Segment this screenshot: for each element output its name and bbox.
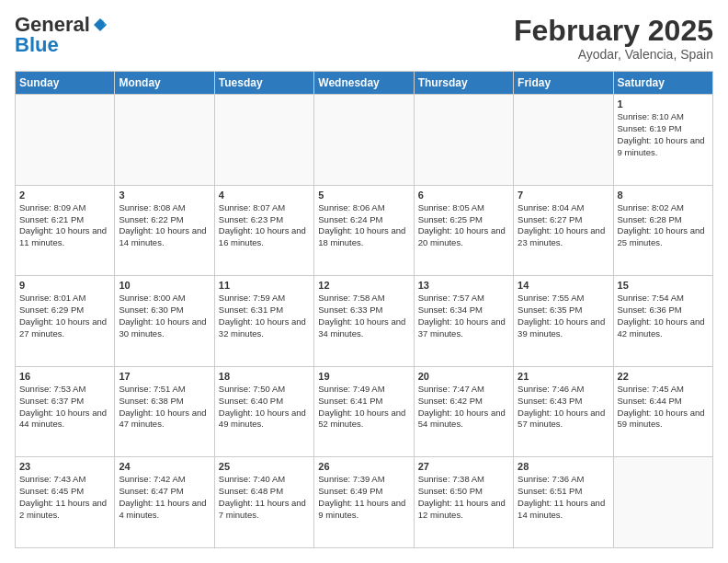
- day-number: 21: [518, 371, 609, 382]
- day-number: 7: [518, 190, 609, 201]
- day-number: 17: [119, 371, 210, 382]
- calendar-week-row: 1Sunrise: 8:10 AM Sunset: 6:19 PM Daylig…: [16, 95, 713, 186]
- calendar-cell: [414, 95, 513, 186]
- calendar-cell: 25Sunrise: 7:40 AM Sunset: 6:48 PM Dayli…: [214, 457, 313, 548]
- day-number: 4: [219, 190, 310, 201]
- calendar-cell: 22Sunrise: 7:45 AM Sunset: 6:44 PM Dayli…: [613, 366, 712, 457]
- day-info: Sunrise: 8:07 AM Sunset: 6:23 PM Dayligh…: [219, 202, 310, 249]
- calendar-cell: 6Sunrise: 8:05 AM Sunset: 6:25 PM Daylig…: [414, 185, 513, 276]
- day-info: Sunrise: 8:04 AM Sunset: 6:27 PM Dayligh…: [518, 202, 609, 249]
- day-info: Sunrise: 8:06 AM Sunset: 6:24 PM Dayligh…: [318, 202, 409, 249]
- day-info: Sunrise: 7:38 AM Sunset: 6:50 PM Dayligh…: [418, 474, 509, 521]
- calendar-cell: 15Sunrise: 7:54 AM Sunset: 6:36 PM Dayli…: [613, 276, 712, 367]
- calendar-cell: 13Sunrise: 7:57 AM Sunset: 6:34 PM Dayli…: [414, 276, 513, 367]
- calendar-table: Sunday Monday Tuesday Wednesday Thursday…: [15, 71, 713, 548]
- calendar-cell: 24Sunrise: 7:42 AM Sunset: 6:47 PM Dayli…: [115, 457, 214, 548]
- day-number: 20: [418, 371, 509, 382]
- calendar-week-row: 23Sunrise: 7:43 AM Sunset: 6:45 PM Dayli…: [16, 457, 713, 548]
- calendar-cell: 8Sunrise: 8:02 AM Sunset: 6:28 PM Daylig…: [613, 185, 712, 276]
- day-number: 5: [318, 190, 409, 201]
- calendar-cell: [613, 457, 712, 548]
- day-number: 10: [119, 280, 210, 291]
- calendar-cell: 17Sunrise: 7:51 AM Sunset: 6:38 PM Dayli…: [115, 366, 214, 457]
- day-info: Sunrise: 7:49 AM Sunset: 6:41 PM Dayligh…: [318, 384, 409, 431]
- day-number: 18: [219, 371, 310, 382]
- calendar-cell: [514, 95, 613, 186]
- day-info: Sunrise: 7:54 AM Sunset: 6:36 PM Dayligh…: [618, 293, 709, 339]
- day-number: 11: [219, 280, 310, 291]
- title-block: February 2025 Ayodar, Valencia, Spain: [514, 15, 713, 62]
- day-number: 19: [318, 371, 409, 382]
- logo: General Blue: [15, 15, 108, 55]
- calendar-cell: 16Sunrise: 7:53 AM Sunset: 6:37 PM Dayli…: [16, 366, 115, 457]
- calendar-cell: 20Sunrise: 7:47 AM Sunset: 6:42 PM Dayli…: [414, 366, 513, 457]
- calendar-week-row: 16Sunrise: 7:53 AM Sunset: 6:37 PM Dayli…: [16, 366, 713, 457]
- calendar-cell: 23Sunrise: 7:43 AM Sunset: 6:45 PM Dayli…: [16, 457, 115, 548]
- calendar-cell: 10Sunrise: 8:00 AM Sunset: 6:30 PM Dayli…: [115, 276, 214, 367]
- day-info: Sunrise: 7:45 AM Sunset: 6:44 PM Dayligh…: [618, 384, 709, 431]
- day-info: Sunrise: 7:58 AM Sunset: 6:33 PM Dayligh…: [318, 293, 409, 339]
- logo-blue-text: Blue: [15, 35, 59, 55]
- day-info: Sunrise: 7:57 AM Sunset: 6:34 PM Dayligh…: [418, 293, 509, 339]
- calendar-cell: 26Sunrise: 7:39 AM Sunset: 6:49 PM Dayli…: [314, 457, 414, 548]
- day-info: Sunrise: 7:51 AM Sunset: 6:38 PM Dayligh…: [119, 384, 210, 431]
- day-number: 9: [19, 280, 110, 291]
- calendar-cell: 9Sunrise: 8:01 AM Sunset: 6:29 PM Daylig…: [16, 276, 115, 367]
- day-info: Sunrise: 8:01 AM Sunset: 6:29 PM Dayligh…: [19, 293, 110, 339]
- calendar-cell: [214, 95, 313, 186]
- calendar-header-row: Sunday Monday Tuesday Wednesday Thursday…: [16, 72, 713, 95]
- col-monday: Monday: [115, 72, 214, 95]
- day-number: 1: [618, 98, 709, 109]
- month-title: February 2025: [514, 15, 713, 47]
- calendar-cell: 4Sunrise: 8:07 AM Sunset: 6:23 PM Daylig…: [214, 185, 313, 276]
- calendar-cell: 28Sunrise: 7:36 AM Sunset: 6:51 PM Dayli…: [514, 457, 613, 548]
- calendar-cell: [314, 95, 414, 186]
- logo-icon: [92, 17, 108, 33]
- day-number: 16: [19, 371, 110, 382]
- day-info: Sunrise: 7:59 AM Sunset: 6:31 PM Dayligh…: [219, 293, 310, 339]
- calendar-cell: [115, 95, 214, 186]
- calendar-cell: 11Sunrise: 7:59 AM Sunset: 6:31 PM Dayli…: [214, 276, 313, 367]
- day-info: Sunrise: 7:46 AM Sunset: 6:43 PM Dayligh…: [518, 384, 609, 431]
- day-number: 28: [518, 461, 609, 472]
- day-info: Sunrise: 8:09 AM Sunset: 6:21 PM Dayligh…: [19, 202, 110, 249]
- calendar-cell: 7Sunrise: 8:04 AM Sunset: 6:27 PM Daylig…: [514, 185, 613, 276]
- day-number: 12: [318, 280, 409, 291]
- calendar-cell: [16, 95, 115, 186]
- day-info: Sunrise: 8:02 AM Sunset: 6:28 PM Dayligh…: [618, 202, 709, 249]
- day-number: 3: [119, 190, 210, 201]
- day-number: 26: [318, 461, 409, 472]
- col-sunday: Sunday: [16, 72, 115, 95]
- day-number: 13: [418, 280, 509, 291]
- day-number: 6: [418, 190, 509, 201]
- day-number: 8: [618, 190, 709, 201]
- col-wednesday: Wednesday: [314, 72, 414, 95]
- day-info: Sunrise: 8:08 AM Sunset: 6:22 PM Dayligh…: [119, 202, 210, 249]
- col-saturday: Saturday: [613, 72, 712, 95]
- calendar-week-row: 2Sunrise: 8:09 AM Sunset: 6:21 PM Daylig…: [16, 185, 713, 276]
- calendar-cell: 18Sunrise: 7:50 AM Sunset: 6:40 PM Dayli…: [214, 366, 313, 457]
- calendar-cell: 1Sunrise: 8:10 AM Sunset: 6:19 PM Daylig…: [613, 95, 712, 186]
- calendar-cell: 12Sunrise: 7:58 AM Sunset: 6:33 PM Dayli…: [314, 276, 414, 367]
- calendar-cell: 14Sunrise: 7:55 AM Sunset: 6:35 PM Dayli…: [514, 276, 613, 367]
- day-number: 2: [19, 190, 110, 201]
- calendar-cell: 3Sunrise: 8:08 AM Sunset: 6:22 PM Daylig…: [115, 185, 214, 276]
- day-number: 27: [418, 461, 509, 472]
- logo-general-text: General: [15, 15, 90, 35]
- day-info: Sunrise: 7:53 AM Sunset: 6:37 PM Dayligh…: [19, 384, 110, 431]
- day-number: 24: [119, 461, 210, 472]
- day-number: 22: [618, 371, 709, 382]
- day-number: 25: [219, 461, 310, 472]
- day-info: Sunrise: 7:50 AM Sunset: 6:40 PM Dayligh…: [219, 384, 310, 431]
- day-info: Sunrise: 8:05 AM Sunset: 6:25 PM Dayligh…: [418, 202, 509, 249]
- calendar-cell: 19Sunrise: 7:49 AM Sunset: 6:41 PM Dayli…: [314, 366, 414, 457]
- col-thursday: Thursday: [414, 72, 513, 95]
- day-info: Sunrise: 8:10 AM Sunset: 6:19 PM Dayligh…: [618, 111, 709, 158]
- day-info: Sunrise: 7:47 AM Sunset: 6:42 PM Dayligh…: [418, 384, 509, 431]
- day-number: 14: [518, 280, 609, 291]
- day-number: 23: [19, 461, 110, 472]
- header: General Blue February 2025 Ayodar, Valen…: [15, 15, 713, 62]
- calendar-cell: 21Sunrise: 7:46 AM Sunset: 6:43 PM Dayli…: [514, 366, 613, 457]
- page: General Blue February 2025 Ayodar, Valen…: [0, 0, 728, 563]
- day-info: Sunrise: 8:00 AM Sunset: 6:30 PM Dayligh…: [119, 293, 210, 339]
